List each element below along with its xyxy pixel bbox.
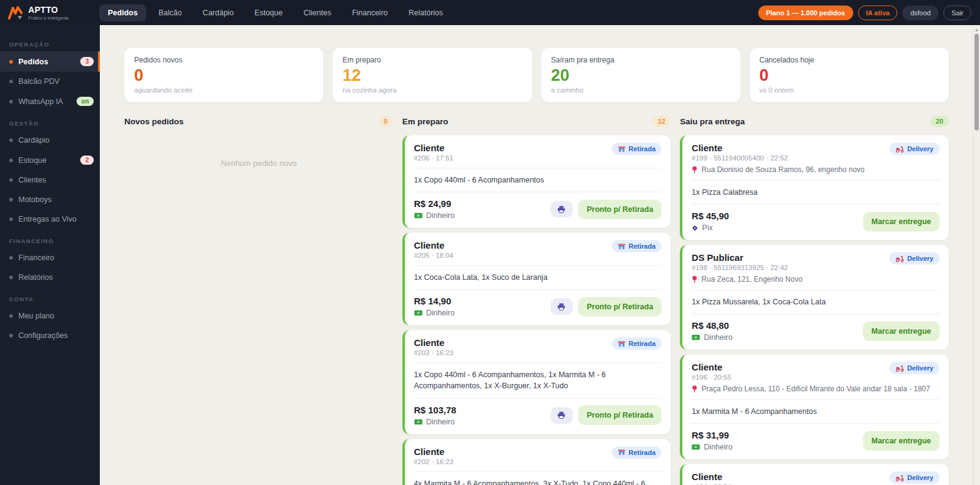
order-total: R$ 31,99 <box>692 430 733 440</box>
bullet-dot-icon <box>9 256 13 260</box>
order-total: R$ 48,80 <box>692 320 733 331</box>
cash-icon <box>692 444 700 450</box>
delivery-address: Rua Dionisio de Souza Ramos, 96, engenho… <box>692 165 940 174</box>
order-type-label: Delivery <box>907 145 933 152</box>
sidebar-item-configuracoes[interactable]: Configurações <box>0 326 100 345</box>
cash-icon <box>414 212 423 219</box>
topnav-item-pedidos[interactable]: Pedidos <box>99 4 146 21</box>
order-total: R$ 103,78 <box>414 405 456 415</box>
topnav-item-balcao[interactable]: Balcão <box>150 4 190 21</box>
sidebar-section-title: CONTA <box>9 296 100 303</box>
ia-status-badge[interactable]: IA ativa <box>858 6 898 20</box>
board-column: Em preparo 12 Cliente #206 · 17:51 <box>402 116 671 485</box>
order-card[interactable]: Cliente #203 · 16:23 <box>402 330 671 434</box>
scrollbar-up-arrow[interactable]: ▲ <box>973 25 980 32</box>
order-action-button[interactable]: Pronto p/ Retirada <box>578 405 662 425</box>
order-card[interactable]: DS Publicar #198 · 5511969313925 · 22:42 <box>680 245 949 350</box>
order-card[interactable]: Cliente #206 · 17:51 <box>402 135 671 228</box>
sidebar-item-pedidos[interactable]: Pedidos 3 <box>0 51 100 72</box>
storefront-icon <box>618 146 625 152</box>
sidebar-item-cardapio[interactable]: Cardápio <box>0 130 100 150</box>
sidebar-item-balcao-pdv[interactable]: Balcão PDV <box>0 72 100 91</box>
sidebar-item-label: Estoque <box>18 156 47 165</box>
sidebar-item-clientes[interactable]: Clientes <box>0 170 100 190</box>
order-action-button[interactable]: Marcar entregue <box>863 431 940 451</box>
payment-method: Pix <box>692 224 729 232</box>
payment-label: Dinheiro <box>704 443 733 451</box>
order-meta: #202 · 16:23 <box>414 458 454 465</box>
order-action-button[interactable]: Marcar entregue <box>863 212 940 231</box>
scrollbar-thumb[interactable] <box>974 34 979 130</box>
address-text: Rua Zeca, 121, Engenho Novo <box>701 275 802 284</box>
orders-board: Novos pedidos 0 Nenhum pedido novo Em pr… <box>124 116 949 485</box>
bullet-dot-icon <box>9 80 13 83</box>
topnav-item-estoque[interactable]: Estoque <box>246 4 292 21</box>
order-type-label: Retirada <box>628 242 655 250</box>
column-title: Saiu pra entrega <box>680 117 745 126</box>
bullet-dot-icon <box>9 138 13 142</box>
order-card[interactable]: Cliente #205 · 18:04 <box>402 233 671 325</box>
order-meta: #205 · 18:04 <box>414 252 454 259</box>
pix-icon <box>692 225 698 231</box>
plan-badge[interactable]: Plano 1 — 1.000 pedidos <box>758 6 853 20</box>
cash-icon <box>692 334 700 340</box>
order-action-button[interactable]: Marcar entregue <box>863 321 940 341</box>
column-count-badge: 20 <box>930 116 949 127</box>
order-type-badge: Delivery <box>889 472 940 484</box>
aptto-logo-icon <box>7 5 23 21</box>
topnav-item-relatorios[interactable]: Relatórios <box>400 4 451 21</box>
sidebar-item-estoque[interactable]: Estoque 2 <box>0 150 100 170</box>
stat-label: Pedidos novos <box>134 56 314 64</box>
sidebar-section: FINANCEIRO Financeiro Relatórios <box>0 238 100 287</box>
order-action-button[interactable]: Pronto p/ Retirada <box>578 200 662 219</box>
print-order-button[interactable] <box>551 298 573 315</box>
sidebar-item-entregas-ao-vivo[interactable]: Entregas ao Vivo <box>0 209 100 229</box>
board-column: Novos pedidos 0 Nenhum pedido novo <box>124 116 393 485</box>
account-badge[interactable]: dsfood <box>902 6 938 20</box>
vertical-scrollbar[interactable]: ▲ <box>973 25 980 485</box>
address-text: Rua Dionisio de Souza Ramos, 96, engenho… <box>701 165 864 174</box>
order-action-button[interactable]: Pronto p/ Retirada <box>578 297 662 317</box>
sidebar-item-label: WhatsApp IA <box>18 97 63 106</box>
customer-name: DS Publicar <box>692 252 788 263</box>
order-card[interactable]: Cliente #194 · 20:54 <box>680 464 949 485</box>
stat-value: 0 <box>760 66 939 85</box>
topnav-item-financeiro[interactable]: Financeiro <box>344 4 396 21</box>
stat-card: Pedidos novos 0 aguardando aceite <box>124 48 323 102</box>
stat-card: Em preparo 12 na cozinha agora <box>333 48 532 102</box>
customer-name: Cliente <box>692 472 731 482</box>
sidebar-section: CONTA Meu plano Configurações <box>0 296 100 345</box>
order-type-label: Retirada <box>628 145 655 152</box>
order-card[interactable]: Cliente #196 · 20:55 <box>680 355 949 459</box>
order-card[interactable]: Cliente #199 · 5511940005400 · 22:52 <box>680 135 949 240</box>
order-items: 1x Pizza Calabresa <box>692 187 940 198</box>
topnav-item-cardapio[interactable]: Cardápio <box>194 4 243 21</box>
order-type-label: Retirada <box>628 449 655 456</box>
print-order-button[interactable] <box>551 407 573 424</box>
cash-icon <box>414 310 423 316</box>
order-type-badge: Delivery <box>889 252 940 265</box>
scooter-icon <box>895 475 904 481</box>
sidebar-item-relatorios[interactable]: Relatórios <box>0 268 100 287</box>
column-title: Em preparo <box>402 117 448 126</box>
stat-value: 12 <box>342 66 522 85</box>
print-order-button[interactable] <box>551 201 573 217</box>
scooter-icon <box>895 365 904 372</box>
order-meta: #199 · 5511940005400 · 22:52 <box>692 154 788 162</box>
customer-name: Cliente <box>692 143 788 153</box>
empty-column-message: Nenhum pedido novo <box>124 159 393 168</box>
payment-method: Dinheiro <box>414 211 455 220</box>
sidebar-item-motoboys[interactable]: Motoboys <box>0 190 100 209</box>
sidebar-item-badge: 2 <box>80 156 94 165</box>
brand: APTTO Prático e Inteligente <box>7 5 99 21</box>
order-card[interactable]: Cliente #202 · 16:23 <box>402 439 671 485</box>
printer-icon <box>557 412 565 419</box>
sidebar-item-financeiro[interactable]: Financeiro <box>0 248 100 268</box>
sidebar-item-label: Clientes <box>18 176 46 184</box>
sidebar-item-meu-plano[interactable]: Meu plano <box>0 306 100 326</box>
sidebar-item-whatsapp-ia[interactable]: WhatsApp IA on <box>0 91 100 111</box>
order-items: 1x Pizza Mussarela, 1x Coca-Cola Lata <box>692 296 940 307</box>
topnav-item-clientes[interactable]: Clientes <box>295 4 339 21</box>
logout-button[interactable]: Sair <box>943 6 971 20</box>
stat-card: Cancelados hoje 0 vs 0 ontem <box>750 48 949 102</box>
